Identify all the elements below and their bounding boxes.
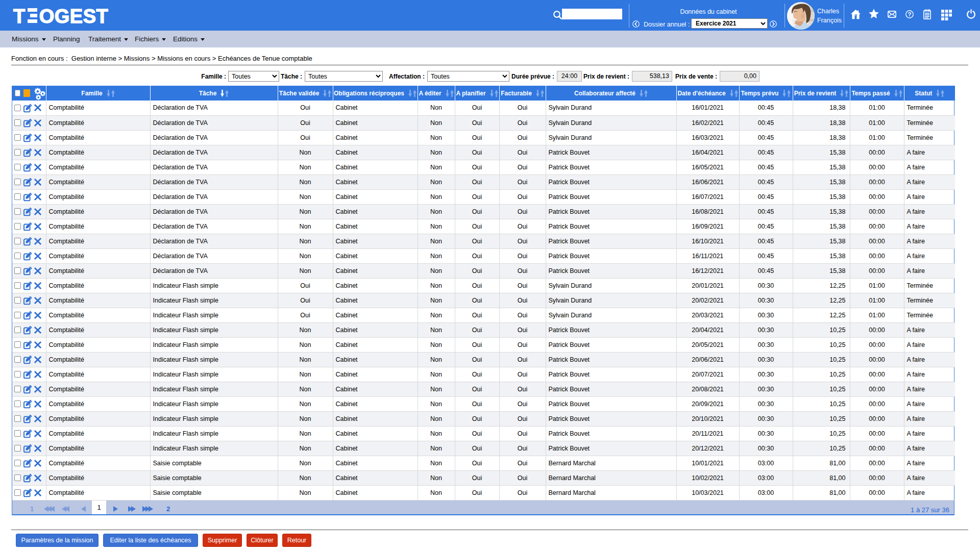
svg-text:?: ?	[908, 11, 911, 17]
